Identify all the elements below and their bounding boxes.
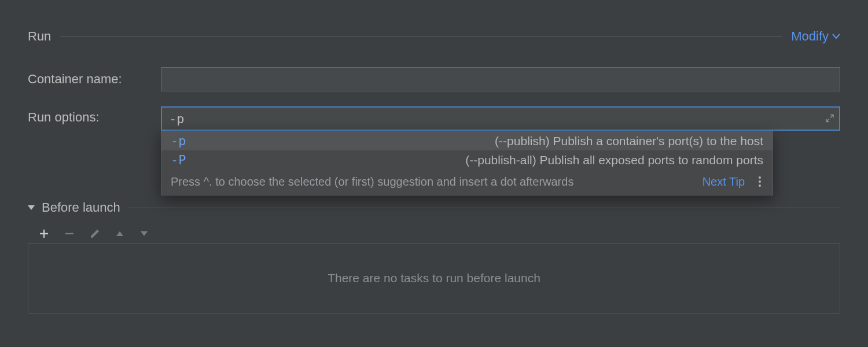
container-name-input[interactable] [161,67,840,91]
completion-item[interactable]: -P (--publish-all) Publish all exposed p… [161,150,773,169]
disclosure-icon[interactable] [28,205,35,210]
move-down-icon[interactable] [139,230,149,238]
completion-flag: -p [171,134,194,148]
before-launch-title: Before launch [42,200,120,215]
before-launch-empty-text: There are no tasks to run before launch [328,271,540,285]
expand-icon[interactable] [825,112,834,126]
edit-icon[interactable] [89,228,101,239]
completion-flag: -P [171,153,194,167]
section-header: Run Modify [28,29,840,44]
chevron-down-icon [832,34,840,39]
completion-tip: Press ^. to choose the selected (or firs… [171,175,691,189]
remove-icon[interactable] [64,228,75,239]
run-options-value: -p [169,112,185,126]
before-launch-toolbar [28,224,840,243]
container-name-label: Container name: [28,72,161,87]
separator [60,36,782,37]
completion-item[interactable]: -p (--publish) Publish a container's por… [161,131,773,150]
section-title: Run [28,29,51,44]
before-launch-header: Before launch [28,200,840,215]
separator [127,208,840,208]
add-icon[interactable] [38,228,50,239]
next-tip-link[interactable]: Next Tip [703,175,745,189]
completion-desc: (--publish-all) Publish all exposed port… [465,153,763,167]
completion-footer: Press ^. to choose the selected (or firs… [161,169,773,195]
completion-popup: -p (--publish) Publish a container's por… [161,131,773,195]
run-options-input[interactable]: -p [161,106,840,131]
modify-button[interactable]: Modify [791,29,840,44]
kebab-icon[interactable] [756,174,763,189]
run-options-label: Run options: [28,106,161,125]
modify-label: Modify [791,29,829,44]
before-launch-task-list: There are no tasks to run before launch [28,243,840,313]
completion-desc: (--publish) Publish a container's port(s… [495,134,763,148]
move-up-icon[interactable] [115,230,125,238]
